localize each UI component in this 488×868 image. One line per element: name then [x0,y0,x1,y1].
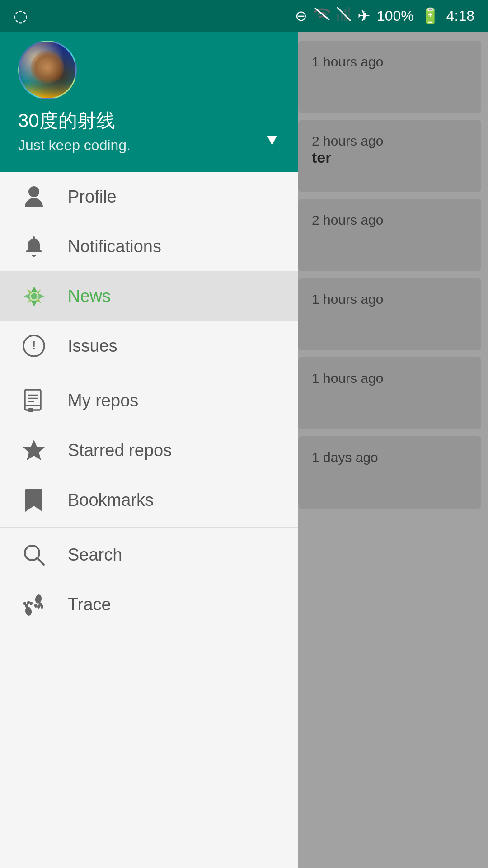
sidebar-item-profile[interactable]: Profile [0,172,298,222]
camera-icon [18,280,50,312]
status-bar: ◌ ⊖ ✈ 100% 🔋 4:18 [0,0,488,32]
sidebar-item-search[interactable]: Search [0,530,298,580]
svg-text:!: ! [32,338,36,352]
person-icon [18,181,50,212]
footprint-icon [18,589,50,620]
battery-icon: 🔋 [421,7,440,25]
bookmarks-label: Bookmarks [68,491,154,510]
status-bar-left: ◌ [14,6,28,25]
svg-point-6 [28,186,39,197]
repo-icon [18,385,50,416]
star-icon [18,434,50,466]
sidebar-item-trace[interactable]: Trace [0,580,298,629]
chevron-down-icon[interactable]: ▼ [264,130,280,149]
signal-off-icon [337,7,351,24]
bell-icon [18,231,50,262]
svg-point-9 [31,293,37,299]
sidebar-item-notifications[interactable]: Notifications [0,222,298,271]
issues-label: Issues [68,336,117,356]
avatar-container [18,41,77,99]
svg-point-30 [34,604,38,608]
loading-icon: ◌ [14,6,28,25]
battery-percent: 100% [377,8,414,24]
avatar-photo [19,42,75,98]
profile-label: Profile [68,187,117,207]
trace-label: Trace [68,595,111,614]
divider-1 [0,373,298,373]
divider-2 [0,527,298,528]
my-repos-label: My repos [68,391,138,410]
sidebar-item-issues[interactable]: ! Issues [0,321,298,371]
sidebar-item-starred-repos[interactable]: Starred repos [0,425,298,475]
status-bar-right: ⊖ ✈ 100% 🔋 4:18 [295,7,474,25]
svg-rect-12 [25,390,41,410]
svg-marker-18 [23,440,45,460]
wifi-off-icon [314,7,330,24]
svg-point-26 [34,594,42,604]
svg-rect-1 [337,14,339,21]
svg-point-25 [29,601,33,605]
search-icon [18,539,50,571]
clock: 4:18 [446,8,474,24]
svg-rect-14 [28,408,33,412]
news-label: News [68,287,111,306]
starred-repos-label: Starred repos [68,441,172,460]
username: 30度的射线 [18,108,280,133]
sidebar-item-my-repos[interactable]: My repos [0,376,298,425]
svg-point-21 [24,606,32,616]
issue-icon: ! [18,330,50,362]
user-subtitle: Just keep coding. [18,137,280,154]
svg-point-24 [27,600,30,604]
airplane-icon: ✈ [357,7,370,25]
drawer-menu: Profile Notifications [0,172,298,868]
search-label: Search [68,545,122,565]
bookmark-icon [18,484,50,516]
avatar [18,41,77,99]
navigation-drawer: 30度的射线 Just keep coding. ▼ Profile Notif… [0,0,298,868]
sidebar-item-bookmarks[interactable]: Bookmarks [0,475,298,525]
dnd-icon: ⊖ [295,7,307,24]
sidebar-item-news[interactable]: News [0,271,298,321]
notifications-label: Notifications [68,237,161,256]
svg-line-20 [37,558,44,565]
